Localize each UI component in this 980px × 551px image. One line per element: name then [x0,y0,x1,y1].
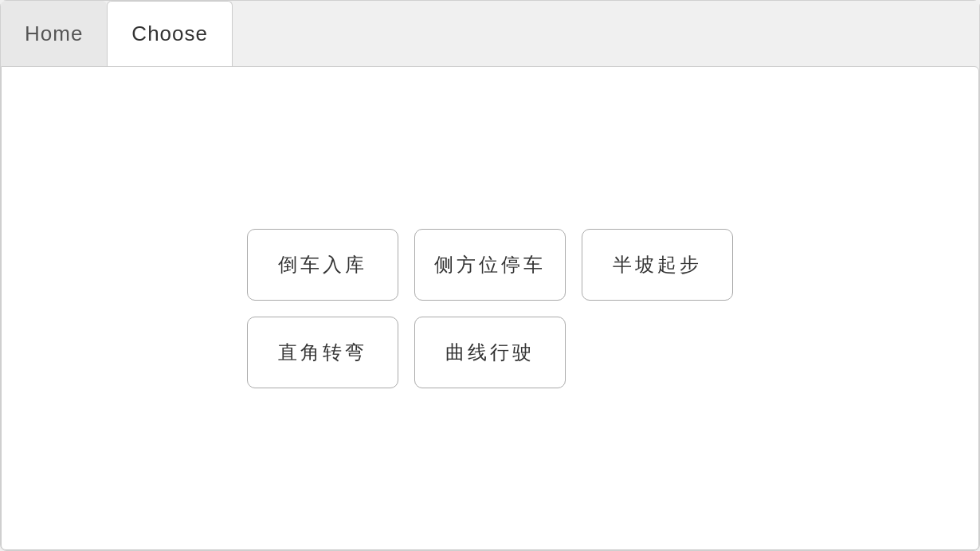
button-banpo-qibu[interactable]: 半坡起步 [582,229,733,301]
tab-bar: Home Choose [1,1,979,66]
button-zhijiao-zhuanwan[interactable]: 直角转弯 [247,317,398,388]
button-cefangwei-tingche[interactable]: 侧方位停车 [414,229,566,301]
tab-choose[interactable]: Choose [107,1,233,66]
main-content: 倒车入库 侧方位停车 半坡起步 直角转弯 曲线行驶 [1,66,979,550]
tab-home[interactable]: Home [1,1,107,66]
button-grid: 倒车入库 侧方位停车 半坡起步 直角转弯 曲线行驶 [247,229,733,388]
button-quxian-xingshu[interactable]: 曲线行驶 [414,317,566,388]
button-daoche-ruku[interactable]: 倒车入库 [247,229,398,301]
app-container: Home Choose 倒车入库 侧方位停车 半坡起步 直角转弯 曲线行驶 [0,0,980,551]
